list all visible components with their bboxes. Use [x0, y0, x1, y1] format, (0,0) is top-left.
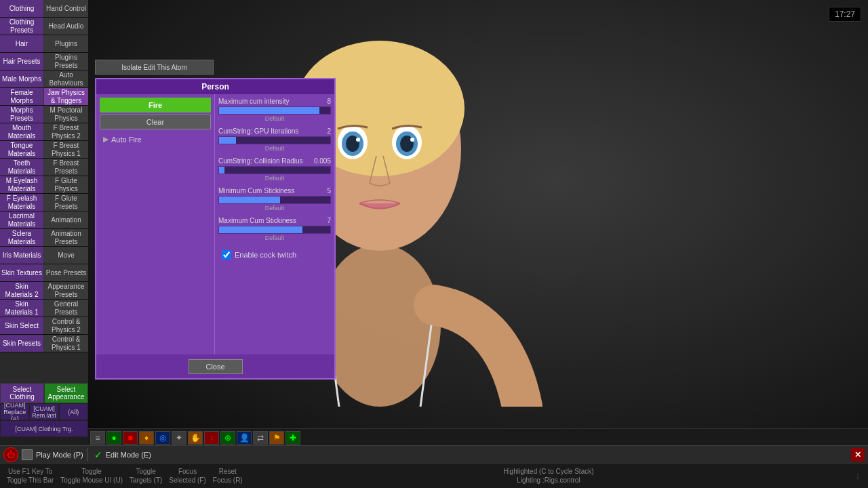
sidebar-left-sclera[interactable]: Sclera Materials	[0, 229, 44, 246]
sidebar-left-hair-presets[interactable]: Hair Presets	[0, 53, 44, 70]
sidebar-left-mouth-materials[interactable]: Mouth Materials	[0, 123, 44, 140]
sidebar-row-14: Iris Materials Move	[0, 247, 88, 264]
sidebar-right-f-breast-presets[interactable]: F Breast Presets	[44, 159, 88, 176]
sidebar-right-f-breast-1[interactable]: F Breast Physics 1	[44, 141, 88, 158]
sidebar-right-move[interactable]: Move	[44, 247, 88, 264]
cuam-all-button[interactable]: (All)	[59, 403, 88, 420]
slider-collision-radius: CumString: Collision Radius 0.005 Defaul…	[218, 157, 331, 182]
select-clothing-button[interactable]: Select Clothing	[0, 383, 44, 403]
sidebar-left-clothing[interactable]: Clothing	[0, 0, 44, 17]
sidebar-right-plugins[interactable]: Plugins	[44, 35, 88, 52]
sidebar-left-hair[interactable]: Hair	[0, 35, 44, 52]
sidebar-left-morphs-presets[interactable]: Morphs Presets	[0, 106, 44, 123]
tb-hand-icon[interactable]: ✋	[188, 431, 203, 445]
sidebar-right-animation[interactable]: Animation	[44, 211, 88, 228]
sidebar-right-f-glute-physics[interactable]: F Glute Physics	[44, 176, 88, 193]
clear-button[interactable]: Clear	[100, 115, 211, 129]
sidebar-left-f-eyelash[interactable]: F Eyelash Materials	[0, 194, 44, 211]
cuam-clothing-trg-button[interactable]: [CUAM] Clothing Trg.	[0, 420, 88, 437]
sidebar-right-pose-presets[interactable]: Pose Presets	[44, 264, 88, 281]
slider-min-stickiness: Minimum Cum Stickiness 5 Default	[218, 187, 331, 211]
tb-person-icon[interactable]: 👤	[237, 431, 252, 445]
slider-value-2: 2	[327, 127, 331, 135]
main-dialog: Person Fire Clear ▶ Auto Fire Maximum cu…	[95, 78, 336, 380]
sidebar-right-appearance-presets[interactable]: Appearance Presets	[44, 282, 88, 299]
sidebar-left-skin-mat-2[interactable]: Skin Materials 2	[0, 282, 44, 299]
sidebar-right-plugins-presets[interactable]: Plugins Presets	[44, 53, 88, 70]
tb-record-icon[interactable]: ●	[106, 431, 121, 445]
sidebar-left-m-eyelash[interactable]: M Eyelash Materials	[0, 176, 44, 193]
sidebar-left-skin-presets[interactable]: Skin Presets	[0, 335, 44, 352]
sidebar-row-19: Skin Presets Control & Physics 1	[0, 335, 88, 352]
slider-default-3[interactable]: Default	[218, 175, 331, 182]
close-x-button[interactable]: ✕	[851, 448, 865, 462]
sidebar-left-iris[interactable]: Iris Materials	[0, 247, 44, 264]
sidebar-left-male-morphs[interactable]: Male Morphs	[0, 70, 44, 87]
sidebar-right-control-1[interactable]: Control & Physics 1	[44, 335, 88, 352]
tb-cloud-icon[interactable]: ♦	[139, 431, 154, 445]
status-more-icon[interactable]: ⋮	[854, 472, 861, 481]
sidebar-left-clothing-presets[interactable]: Clothing Presets	[0, 18, 44, 35]
tb-plus-icon[interactable]: ✚	[285, 431, 300, 445]
slider-track-5[interactable]	[218, 226, 331, 234]
tb-star-icon[interactable]: ✦	[172, 431, 186, 445]
slider-default-1[interactable]: Default	[218, 115, 331, 122]
slider-default-5[interactable]: Default	[218, 235, 331, 241]
sidebar-row-17: Skin Materials 1 General Presets	[0, 300, 88, 317]
sidebar-right-hand-control[interactable]: Hand Control	[44, 0, 88, 17]
slider-track-3[interactable]	[218, 166, 331, 174]
tb-add-icon[interactable]: ⊕	[220, 431, 235, 445]
sidebar-row-10: M Eyelash Materials F Glute Physics	[0, 176, 88, 194]
slider-label-row-2: CumString: GPU Iterations 2	[218, 127, 331, 135]
fire-button[interactable]: Fire	[100, 98, 211, 113]
sidebar-left-skin-select[interactable]: Skin Select	[0, 317, 44, 334]
sidebar-row-5: Female Morphs Jaw Physics & Triggers	[0, 88, 88, 106]
sidebar-left-tongue-materials[interactable]: Tongue Materials	[0, 141, 44, 158]
status-toggle-targets-sub: Targets (T)	[130, 476, 162, 485]
slider-label-row-1: Maximum cum intensity 8	[218, 98, 331, 105]
slider-track-4[interactable]	[218, 196, 331, 204]
slider-track-2[interactable]	[218, 136, 331, 144]
cuam-rem-last-button[interactable]: [CUAM] Rem.last	[29, 403, 58, 420]
edit-mode-label: Edit Mode (E)	[106, 451, 151, 459]
sidebar-left-teeth-materials[interactable]: Teeth Materials	[0, 159, 44, 176]
sidebar-left-female-morphs[interactable]: Female Morphs	[0, 88, 44, 105]
sidebar-right-general-presets[interactable]: General Presets	[44, 300, 88, 317]
isolate-edit-button[interactable]: Isolate Edit This Atom	[95, 60, 214, 75]
sidebar-right-auto-behaviours[interactable]: Auto Behaviours	[44, 70, 88, 87]
auto-fire-row: ▶ Auto Fire	[100, 133, 211, 146]
status-highlighted-label: Highlighted (C to Cycle Stack)	[250, 467, 848, 476]
sidebar-left-lacrimal[interactable]: Lacrimal Materials	[0, 211, 44, 228]
sidebar-right-m-pectoral[interactable]: M Pectoral Physics	[44, 106, 88, 123]
slider-default-4[interactable]: Default	[218, 205, 331, 211]
sidebar-left-skin-textures[interactable]: Skin Textures	[0, 264, 44, 281]
sidebar-left-skin-mat-1[interactable]: Skin Materials 1	[0, 300, 44, 317]
tb-swap-icon[interactable]: ⇄	[253, 431, 268, 445]
enable-cock-twitch-row: Enable cock twitch	[218, 247, 331, 263]
tb-resize-icon[interactable]: ↕	[204, 431, 219, 445]
cuam-row: [CUAM] Replace (A) [CUAM] Rem.last (All)	[0, 403, 88, 420]
power-button[interactable]: ⏻	[3, 447, 18, 462]
slider-gpu-iterations: CumString: GPU Iterations 2 Default	[218, 127, 331, 152]
slider-default-2[interactable]: Default	[218, 145, 331, 152]
svg-point-10	[410, 138, 414, 142]
select-appearance-button[interactable]: Select Appearance	[44, 383, 88, 403]
sidebar-right-head-audio[interactable]: Head Audio	[44, 18, 88, 35]
sidebar-right-f-breast-2[interactable]: F Breast Physics 2	[44, 123, 88, 140]
status-bar: Use F1 Key To Toggle This Bar Toggle Tog…	[0, 463, 868, 488]
tb-flag-icon[interactable]: ⚑	[269, 431, 284, 445]
sidebar-right-animation-presets[interactable]: Animation Presets	[44, 229, 88, 246]
sidebar-right-jaw-physics[interactable]: Jaw Physics & Triggers	[44, 88, 88, 105]
status-focus-selected-label: Focus	[169, 467, 205, 476]
slider-track-1[interactable]	[218, 106, 331, 115]
tb-target-icon[interactable]: ◎	[155, 431, 170, 445]
cuam-replace-button[interactable]: [CUAM] Replace (A)	[0, 403, 29, 420]
close-button[interactable]: Close	[189, 359, 243, 374]
isolate-edit-label: Isolate Edit This Atom	[121, 64, 187, 71]
sidebar-right-f-glute-presets[interactable]: F Glute Presets	[44, 194, 88, 211]
enable-cock-twitch-checkbox[interactable]	[222, 250, 231, 260]
cuam-clothing-trg-label: [CUAM] Clothing Trg.	[15, 426, 73, 432]
tb-stop-icon[interactable]: ■	[123, 431, 138, 445]
sidebar-right-control-2[interactable]: Control & Physics 2	[44, 317, 88, 334]
tb-menu-icon[interactable]: ≡	[90, 431, 105, 445]
